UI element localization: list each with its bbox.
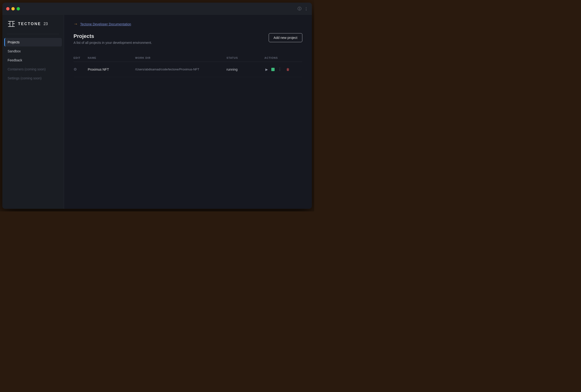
gear-icon[interactable]: ⚙ bbox=[74, 67, 77, 71]
cell-edit: ⚙ bbox=[74, 67, 88, 71]
svg-rect-1 bbox=[10, 21, 10, 27]
app-window: ⓘ ⋮ TECTONE bbox=[2, 2, 312, 209]
table-row: ⚙ Proximus NFT /Users/abdisamad/code/tec… bbox=[74, 62, 302, 77]
svg-rect-5 bbox=[13, 23, 15, 24]
col-edit: EDIT bbox=[74, 56, 88, 59]
sidebar-item-feedback[interactable]: Feedback bbox=[4, 56, 62, 64]
page-title: Projects bbox=[74, 33, 152, 39]
logo-text: TECTONE 23 bbox=[18, 22, 48, 26]
close-button[interactable] bbox=[6, 7, 10, 10]
sidebar: TECTONE 23 Projects Sandbox Feedback Con… bbox=[2, 15, 64, 209]
sidebar-item-settings: Settings (coming soon) bbox=[4, 74, 62, 82]
more-button[interactable]: ⋮ bbox=[277, 66, 283, 72]
svg-rect-0 bbox=[8, 21, 15, 21]
delete-button[interactable]: 🗑 bbox=[285, 67, 290, 72]
col-status: STATUS bbox=[226, 56, 264, 59]
minimize-button[interactable] bbox=[12, 7, 15, 10]
doc-link[interactable]: Tectone Developer Documentation bbox=[80, 22, 131, 26]
add-project-button[interactable]: Add new project bbox=[269, 33, 302, 42]
cell-name: Proximus NFT bbox=[88, 67, 135, 71]
logo-area: TECTONE 23 bbox=[2, 20, 64, 34]
titlebar: ⓘ ⋮ bbox=[2, 2, 312, 15]
main-content: → Tectone Developer Documentation Projec… bbox=[64, 15, 312, 209]
page-title-area: Projects A list of all projects in your … bbox=[74, 33, 152, 44]
page-subtitle: A list of all projects in your developme… bbox=[74, 41, 152, 44]
logo: TECTONE 23 bbox=[7, 20, 59, 28]
logo-icon bbox=[7, 20, 16, 28]
col-actions: ACTIONS bbox=[264, 56, 302, 59]
svg-rect-2 bbox=[12, 21, 13, 27]
more-options-icon[interactable]: ⋮ bbox=[304, 7, 308, 11]
arrow-icon: → bbox=[74, 21, 78, 26]
titlebar-actions: ⓘ ⋮ bbox=[298, 6, 308, 11]
sidebar-item-sandbox[interactable]: Sandbox bbox=[4, 47, 62, 55]
sidebar-nav: Projects Sandbox Feedback Containers (co… bbox=[2, 38, 64, 82]
doc-link-row: → Tectone Developer Documentation bbox=[74, 21, 302, 26]
table-header: EDIT NAME WORK DIR STATUS ACTIONS bbox=[74, 54, 302, 62]
cell-status: running bbox=[226, 67, 264, 71]
sidebar-item-projects[interactable]: Projects bbox=[4, 38, 62, 46]
cell-workdir: /Users/abdisamad/code/tectone/Proximus-N… bbox=[135, 67, 226, 71]
sidebar-divider bbox=[7, 34, 59, 34]
projects-table: EDIT NAME WORK DIR STATUS ACTIONS ⚙ Prox… bbox=[74, 54, 302, 77]
play-button[interactable]: ▶ bbox=[264, 67, 269, 72]
maximize-button[interactable] bbox=[16, 7, 20, 10]
page-header: Projects A list of all projects in your … bbox=[74, 33, 302, 44]
info-icon[interactable]: ⓘ bbox=[298, 6, 302, 11]
app-body: TECTONE 23 Projects Sandbox Feedback Con… bbox=[2, 15, 312, 209]
cell-actions: ▶ ⋮ 🗑 bbox=[264, 66, 302, 72]
svg-rect-3 bbox=[8, 26, 15, 27]
col-name: NAME bbox=[88, 56, 135, 59]
svg-rect-4 bbox=[8, 23, 10, 24]
traffic-lights bbox=[6, 7, 20, 10]
col-workdir: WORK DIR bbox=[135, 56, 226, 59]
sidebar-item-containers: Containers (coming soon) bbox=[4, 65, 62, 73]
stop-button[interactable] bbox=[271, 68, 274, 71]
